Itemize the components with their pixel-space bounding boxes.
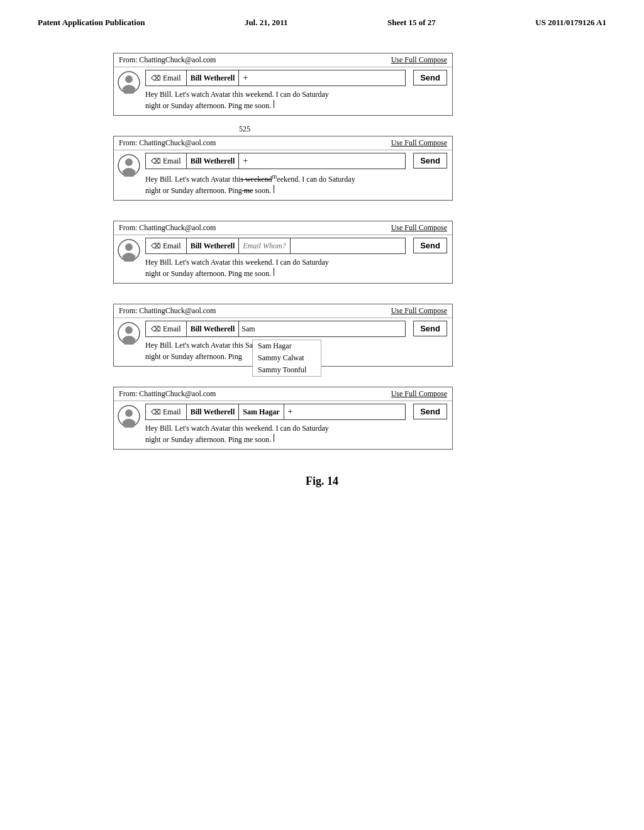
figure-label: Fig. 14	[0, 475, 644, 488]
page-header: Patent Application Publication Jul. 21, …	[0, 0, 644, 40]
avatar-3	[118, 238, 142, 262]
message-1: Hey Bill. Let's watch Avatar this weeken…	[145, 89, 406, 111]
email-whom-field[interactable]: Email Whom?	[239, 238, 290, 253]
email-button-2[interactable]: ⌫ Email	[146, 153, 187, 169]
recipient-bill-3: Bill Wetherell	[187, 238, 240, 253]
compose-header-5: From: ChattingChuck@aol.com Use Full Com…	[114, 387, 452, 401]
compose-header-1: From: ChattingChuck@aol.com Use Full Com…	[114, 53, 452, 67]
avatar-icon-5	[118, 405, 140, 428]
compose-header-3: From: ChattingChuck@aol.com Use Full Com…	[114, 221, 452, 235]
send-button-5[interactable]: Send	[413, 404, 447, 419]
compose-widget-2: 525 From: ChattingChuck@aol.com Use Full…	[75, 136, 478, 201]
compose-fields-1: ⌫ Email Bill Wetherell + Hey Bill. Let's…	[145, 70, 406, 111]
svg-point-10	[125, 326, 133, 334]
avatar-icon-4	[118, 322, 140, 345]
autocomplete-item-2[interactable]: Sammy Calwat	[253, 352, 321, 364]
avatar-icon-1	[118, 71, 140, 94]
email-icon-4: ⌫	[151, 325, 161, 333]
compose-widget-4: From: ChattingChuck@aol.com Use Full Com…	[75, 304, 478, 367]
use-full-compose-1[interactable]: Use Full Compose	[391, 55, 447, 65]
message-2: Hey Bill. Let's watch Avatar this weeken…	[145, 172, 406, 196]
cursor-1	[274, 100, 274, 108]
compose-widget-3: From: ChattingChuck@aol.com Use Full Com…	[75, 221, 478, 284]
email-button-1[interactable]: ⌫ Email	[146, 70, 187, 86]
email-label-3: Email	[163, 241, 181, 251]
sheet-number: Sheet 15 of 27	[387, 18, 436, 28]
email-label-5: Email	[163, 407, 181, 417]
avatar-icon-2	[118, 154, 140, 177]
send-button-4[interactable]: Send	[413, 321, 447, 336]
avatar-5	[118, 404, 142, 428]
compose-fields-2: ⌫ Email Bill Wetherell + Hey Bill. Let's…	[145, 153, 406, 196]
from-address-1: From: ChattingChuck@aol.com	[119, 55, 216, 65]
email-label-2: Email	[163, 157, 181, 166]
autocomplete-item-3[interactable]: Sammy Toonful	[253, 364, 321, 376]
send-button-3[interactable]: Send	[413, 238, 447, 253]
autocomplete-dropdown: Sam Hagar Sammy Calwat Sammy Toonful	[252, 340, 321, 377]
recipient-bill-5: Bill Wetherell	[187, 404, 240, 419]
compose-header-2: From: ChattingChuck@aol.com Use Full Com…	[114, 136, 452, 150]
use-full-compose-5[interactable]: Use Full Compose	[391, 389, 447, 399]
compose-content-4: ⌫ Email Bill Wetherell Sam Hey Bill. Let…	[114, 318, 452, 366]
cursor-3	[274, 268, 274, 276]
email-button-5[interactable]: ⌫ Email	[146, 404, 187, 419]
from-address-4: From: ChattingChuck@aol.com	[119, 306, 216, 316]
compose-header-4: From: ChattingChuck@aol.com Use Full Com…	[114, 304, 452, 318]
label-525: 525	[239, 124, 250, 134]
patent-number: US 2011/0179126 A1	[535, 18, 606, 28]
avatar-4	[118, 321, 142, 345]
superscript-m: m	[272, 173, 277, 180]
use-full-compose-3[interactable]: Use Full Compose	[391, 223, 447, 233]
send-button-1[interactable]: Send	[413, 70, 447, 86]
send-button-2[interactable]: Send	[413, 153, 447, 169]
message-area-4: Hey Bill. Let's watch Avatar this Saturd…	[145, 340, 406, 362]
email-icon-2: ⌫	[151, 157, 161, 165]
email-icon-3: ⌫	[151, 242, 161, 250]
to-line-3: ⌫ Email Bill Wetherell Email Whom?	[145, 238, 406, 254]
recipient-sam-5: Sam Hagar	[239, 404, 284, 419]
add-recipient-1[interactable]: +	[239, 70, 252, 86]
from-address-2: From: ChattingChuck@aol.com	[119, 138, 216, 148]
compose-fields-3: ⌫ Email Bill Wetherell Email Whom? Hey B…	[145, 238, 406, 279]
compose-box-1: From: ChattingChuck@aol.com Use Full Com…	[113, 53, 453, 116]
svg-point-4	[125, 158, 133, 166]
use-full-compose-2[interactable]: Use Full Compose	[391, 138, 447, 148]
publication-label: Patent Application Publication	[38, 18, 145, 28]
to-line-4: ⌫ Email Bill Wetherell Sam	[145, 321, 406, 337]
from-address-5: From: ChattingChuck@aol.com	[119, 389, 216, 399]
compose-fields-5: ⌫ Email Bill Wetherell Sam Hagar + Hey B…	[145, 404, 406, 445]
email-icon-1: ⌫	[151, 74, 161, 82]
to-line-1: ⌫ Email Bill Wetherell +	[145, 70, 406, 86]
email-label-4: Email	[163, 324, 181, 334]
add-recipient-5[interactable]: +	[284, 404, 297, 419]
compose-widget-1: From: ChattingChuck@aol.com Use Full Com…	[75, 53, 478, 116]
svg-point-1	[125, 75, 133, 83]
main-content: From: ChattingChuck@aol.com Use Full Com…	[0, 40, 644, 462]
strikethrough-text: s weekend	[240, 175, 272, 184]
email-icon-5: ⌫	[151, 408, 161, 416]
email-button-4[interactable]: ⌫ Email	[146, 321, 187, 336]
recipient-typing-field[interactable]: Sam	[239, 321, 405, 336]
message-3: Hey Bill. Let's watch Avatar this weeken…	[145, 257, 406, 279]
recipient-bill-1: Bill Wetherell	[187, 70, 240, 86]
avatar-1	[118, 70, 142, 94]
to-line-2: ⌫ Email Bill Wetherell +	[145, 153, 406, 169]
cursor-2	[274, 185, 274, 193]
compose-content-3: ⌫ Email Bill Wetherell Email Whom? Hey B…	[114, 235, 452, 283]
add-recipient-2[interactable]: +	[239, 153, 252, 169]
recipient-bill-4: Bill Wetherell	[187, 321, 240, 336]
compose-fields-4: ⌫ Email Bill Wetherell Sam Hey Bill. Let…	[145, 321, 406, 362]
compose-box-5: From: ChattingChuck@aol.com Use Full Com…	[113, 387, 453, 450]
recipient-bill-2: Bill Wetherell	[187, 153, 240, 169]
avatar-2	[118, 153, 142, 177]
email-button-3[interactable]: ⌫ Email	[146, 238, 187, 253]
cursor-5	[274, 434, 274, 442]
compose-box-4: From: ChattingChuck@aol.com Use Full Com…	[113, 304, 453, 367]
to-line-5: ⌫ Email Bill Wetherell Sam Hagar +	[145, 404, 406, 420]
email-label-1: Email	[163, 74, 181, 83]
compose-content-5: ⌫ Email Bill Wetherell Sam Hagar + Hey B…	[114, 401, 452, 449]
compose-widget-5: From: ChattingChuck@aol.com Use Full Com…	[75, 387, 478, 450]
use-full-compose-4[interactable]: Use Full Compose	[391, 306, 447, 316]
svg-point-13	[125, 409, 133, 417]
autocomplete-item-1[interactable]: Sam Hagar	[253, 340, 321, 352]
